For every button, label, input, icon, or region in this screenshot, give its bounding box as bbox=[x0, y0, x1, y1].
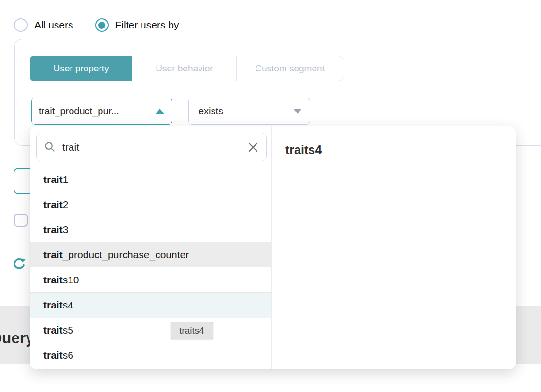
search-input[interactable] bbox=[61, 141, 248, 154]
page: All usersFilter users by User propertyUs… bbox=[0, 0, 541, 392]
option-match-text: trait bbox=[43, 199, 63, 210]
chevron-up-icon bbox=[156, 109, 164, 114]
option-match-text: trait bbox=[43, 274, 63, 286]
tab-custom-segment[interactable]: Custom segment bbox=[237, 56, 343, 81]
dropdown-option-trait2[interactable]: trait2 bbox=[30, 192, 271, 217]
user-filter-radio-group: All usersFilter users by bbox=[14, 18, 179, 32]
operator-select[interactable]: exists bbox=[188, 98, 310, 125]
dropdown-option-trait3[interactable]: trait3 bbox=[30, 217, 271, 242]
selected-property-title: traits4 bbox=[285, 143, 516, 157]
option-rest-text: s6 bbox=[63, 350, 73, 361]
radio-label: Filter users by bbox=[115, 19, 179, 31]
option-rest-text: _product_purchase_counter bbox=[63, 249, 189, 261]
property-dropdown-popover: trait1trait2trait3trait_product_purchase… bbox=[30, 126, 516, 369]
option-rest-text: s5 bbox=[63, 324, 73, 336]
option-match-text: trait bbox=[43, 249, 63, 261]
search-icon bbox=[44, 141, 56, 153]
option-rest-text: 2 bbox=[63, 199, 69, 210]
radio-unselected-icon[interactable] bbox=[14, 18, 28, 32]
option-match-text: trait bbox=[43, 174, 63, 185]
dropdown-option-traits5[interactable]: traits5 bbox=[30, 318, 271, 343]
dropdown-list-pane: trait1trait2trait3trait_product_purchase… bbox=[30, 126, 271, 369]
radio-label: All users bbox=[34, 19, 73, 31]
radio-selected-icon[interactable] bbox=[95, 18, 109, 32]
tooltip: traits4 bbox=[171, 322, 213, 339]
option-match-text: trait bbox=[43, 224, 63, 236]
tab-user-behavior[interactable]: User behavior bbox=[132, 56, 237, 81]
query-section-title: Query bbox=[0, 330, 34, 347]
property-select[interactable]: trait_product_pur... bbox=[31, 98, 172, 125]
option-rest-text: 1 bbox=[63, 174, 69, 185]
radio-option-filter-users-by[interactable]: Filter users by bbox=[95, 18, 179, 32]
radio-dot bbox=[17, 22, 25, 29]
operator-select-value: exists bbox=[199, 106, 223, 117]
checkbox[interactable] bbox=[14, 214, 28, 227]
radio-option-all-users[interactable]: All users bbox=[14, 18, 73, 32]
option-rest-text: s10 bbox=[63, 274, 79, 286]
radio-dot bbox=[98, 22, 105, 29]
dropdown-option-trait_product_purchase_counter[interactable]: trait_product_purchase_counter bbox=[30, 242, 271, 267]
option-rest-text: s4 bbox=[63, 299, 73, 311]
option-match-text: trait bbox=[43, 299, 63, 311]
dropdown-option-trait1[interactable]: trait1 bbox=[30, 167, 271, 192]
refresh-icon[interactable] bbox=[13, 258, 26, 271]
tab-user-property[interactable]: User property bbox=[30, 56, 132, 81]
dropdown-option-traits4[interactable]: traits4 bbox=[30, 293, 271, 318]
dropdown-option-traits10[interactable]: traits10 bbox=[30, 267, 271, 293]
dropdown-option-traits6[interactable]: traits6 bbox=[30, 343, 271, 368]
option-match-text: trait bbox=[43, 350, 63, 361]
dropdown-options-list: trait1trait2trait3trait_product_purchase… bbox=[30, 167, 271, 368]
option-rest-text: 3 bbox=[63, 224, 69, 236]
dropdown-search-box bbox=[36, 133, 267, 161]
property-select-value: trait_product_pur... bbox=[39, 106, 119, 117]
filter-type-tabs: User propertyUser behaviorCustom segment bbox=[30, 56, 343, 81]
clear-search-icon[interactable] bbox=[248, 142, 258, 153]
chevron-down-icon bbox=[293, 109, 302, 114]
property-detail-pane: traits4 bbox=[272, 126, 516, 369]
option-match-text: trait bbox=[43, 324, 63, 336]
